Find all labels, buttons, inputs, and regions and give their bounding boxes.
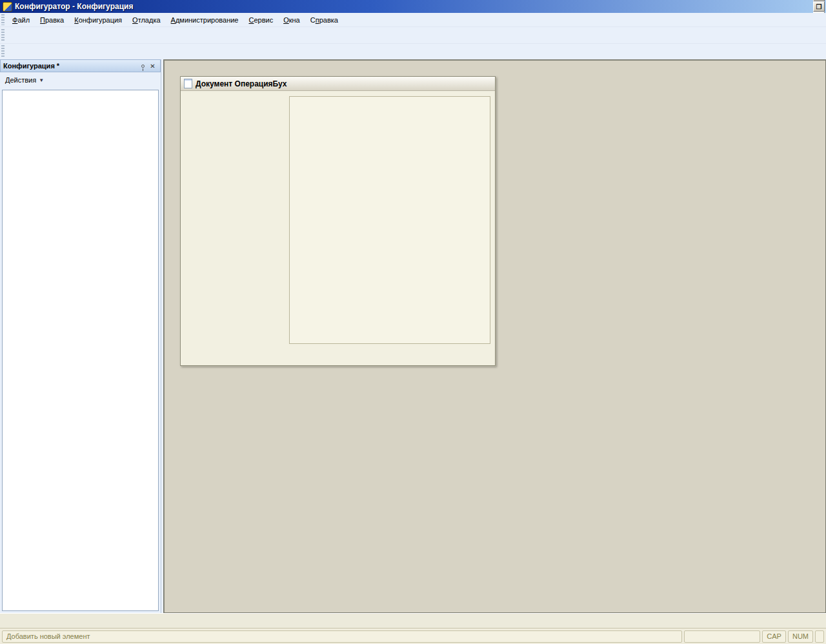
toolbar-config-gripper[interactable] bbox=[1, 45, 5, 57]
restore-button[interactable]: ❐ bbox=[813, 1, 825, 12]
configuration-panel: Конфигурация * ✕ Действия ▼ bbox=[0, 59, 161, 613]
window-title: Конфигуратор - Конфигурация bbox=[15, 2, 812, 11]
mdi-workspace: Документ ОперацияБух bbox=[163, 59, 826, 613]
pin-icon[interactable] bbox=[138, 61, 148, 70]
menu-6-Сервис[interactable]: Сервис bbox=[243, 14, 278, 26]
menubar-gripper[interactable] bbox=[1, 14, 5, 25]
caps-lock-indicator: CAP bbox=[762, 630, 786, 643]
language-selector[interactable] bbox=[815, 630, 824, 643]
configuration-panel-title: Конфигурация * bbox=[3, 62, 138, 70]
menu-4-Отладка[interactable]: Отладка bbox=[127, 14, 166, 26]
status-message: Добавить новый элемент bbox=[2, 630, 682, 643]
window-tab-bar bbox=[0, 613, 826, 628]
actions-menu-button[interactable]: Действия ▼ bbox=[2, 75, 47, 85]
statusbar: Добавить новый элемент CAP NUM bbox=[0, 628, 826, 644]
document-icon bbox=[184, 79, 192, 88]
num-lock-indicator: NUM bbox=[788, 630, 813, 643]
chevron-down-icon: ▼ bbox=[39, 77, 44, 83]
menu-7-Окна[interactable]: Окна bbox=[278, 14, 305, 26]
titlebar: Конфигуратор - Конфигурация _❐✕ bbox=[0, 0, 826, 13]
document-properties-dialog: Документ ОперацияБух bbox=[180, 76, 496, 366]
dialog-title: Документ ОперацияБух bbox=[196, 79, 492, 88]
metadata-tree bbox=[2, 90, 159, 611]
close-panel-button[interactable]: ✕ bbox=[148, 61, 157, 70]
menu-5-Администрирование[interactable]: Администрирование bbox=[166, 14, 244, 26]
menu-3-Конфигурация[interactable]: Конфигурация bbox=[69, 14, 127, 26]
toolbar-main-gripper[interactable] bbox=[1, 29, 5, 42]
dialog-form bbox=[289, 96, 490, 344]
dialog-titlebar[interactable]: Документ ОперацияБух bbox=[181, 77, 495, 91]
menu-2-Правка[interactable]: Правка bbox=[35, 14, 69, 26]
menu-1-Файл[interactable]: Файл bbox=[7, 14, 35, 26]
menu-8-Справка[interactable]: Справка bbox=[305, 14, 343, 26]
menubar: ФайлПравкаКонфигурацияОтладкаАдминистрир… bbox=[0, 13, 826, 27]
configuration-panel-toolbar: Действия ▼ bbox=[0, 72, 161, 88]
toolbar-main bbox=[0, 27, 826, 44]
toolbar-configuration bbox=[0, 44, 826, 59]
app-icon bbox=[3, 2, 12, 12]
status-spacer-panel bbox=[684, 630, 760, 643]
actions-menu-label: Действия bbox=[5, 76, 36, 84]
configuration-panel-header: Конфигурация * ✕ bbox=[0, 59, 161, 72]
